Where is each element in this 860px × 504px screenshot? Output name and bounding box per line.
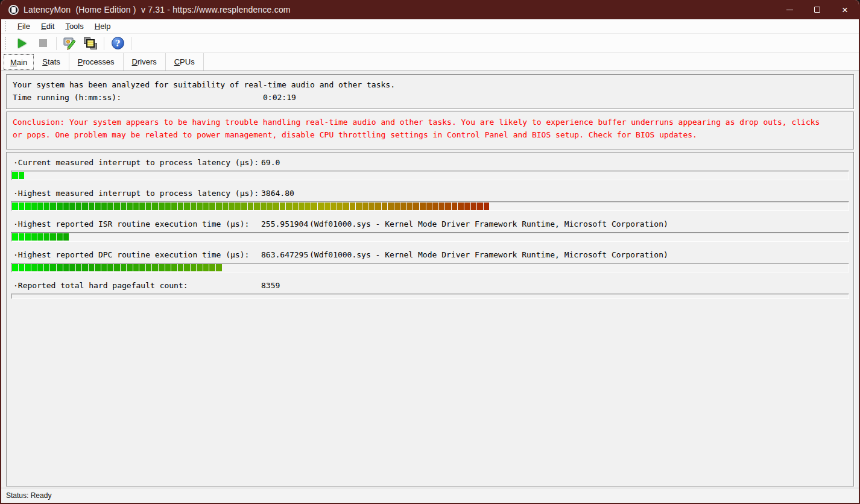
tab-processes[interactable]: Processes [69, 53, 124, 71]
tab-drivers[interactable]: Drivers [124, 53, 166, 71]
menubar-items: FileEditToolsHelp [12, 20, 116, 32]
bar-segment [95, 203, 101, 210]
bar-segment [159, 264, 165, 271]
stat-value: 863.647295 [261, 250, 309, 260]
bar-segment [82, 264, 88, 271]
bar-segment [95, 264, 101, 271]
app-icon-glyph [11, 7, 16, 13]
bar-segment [197, 264, 203, 271]
bar-segment [267, 203, 273, 210]
copy-report-icon [84, 37, 97, 49]
window-title: LatencyMon (Home Edition ) v 7.31 - http… [24, 5, 291, 14]
stat-value: 3864.80 [261, 188, 309, 199]
toolbar: ? [1, 34, 859, 53]
bar-segment [400, 203, 406, 210]
bar-segment [420, 203, 426, 210]
bar-segment [407, 203, 413, 210]
close-button[interactable]: × [831, 0, 859, 19]
bar-segment [89, 264, 95, 271]
bar-segment [50, 203, 56, 210]
bar-segment [139, 264, 145, 271]
tab-main[interactable]: Main [4, 54, 34, 70]
bar-segment [89, 203, 95, 210]
stat-value: 8359 [261, 280, 309, 291]
bar-segment [273, 203, 279, 210]
stat-driver-info: (Wdf01000.sys - Kernel Mode Driver Frame… [309, 250, 668, 260]
maximize-icon [814, 7, 820, 13]
bar-segment [292, 203, 299, 210]
bar-segment [25, 203, 31, 210]
bar-segment [127, 203, 133, 210]
tab-stats[interactable]: Stats [34, 53, 69, 71]
options-button[interactable] [61, 36, 79, 51]
bar-segment [50, 233, 56, 241]
minimize-button[interactable] [776, 0, 803, 19]
app-icon [8, 5, 19, 15]
bar-segment [50, 264, 56, 271]
stat-label: ·Highest reported ISR routine execution … [13, 219, 261, 230]
bar-segment [178, 203, 184, 210]
titlebar[interactable]: LatencyMon (Home Edition ) v 7.31 - http… [1, 0, 859, 19]
bar-segment [101, 264, 107, 271]
bar-segment [216, 264, 222, 271]
menubar-gripper[interactable] [5, 21, 7, 31]
bar-segment [12, 203, 18, 210]
stop-icon [39, 39, 47, 47]
bar-segment [209, 264, 215, 271]
play-icon [18, 39, 27, 48]
bar-segment [152, 203, 158, 210]
bar-segment [388, 203, 394, 210]
close-icon: × [842, 5, 848, 15]
status-bar: Status: Ready [1, 488, 859, 503]
bar-segment [114, 264, 120, 271]
bar-segment [57, 264, 63, 271]
bar-segment [63, 203, 69, 210]
toolbar-separator [131, 37, 131, 50]
bar-segment [171, 203, 177, 210]
stat-value: 255.951904 [261, 219, 309, 230]
menu-item-tools[interactable]: Tools [60, 20, 89, 32]
stat-row: ·Highest measured interrupt to process l… [11, 188, 849, 211]
bar-segment [37, 264, 43, 271]
bar-segment [286, 203, 292, 210]
bar-segment [330, 203, 337, 210]
bar-segment [343, 203, 349, 210]
bar-segment [452, 203, 458, 210]
bar-segment [19, 233, 25, 241]
bar-segment [382, 203, 388, 210]
bar-segment [133, 203, 139, 210]
bar-segment [311, 203, 317, 210]
toolbar-separator [56, 37, 57, 50]
bar-segment [69, 203, 75, 210]
bar-segment [127, 264, 133, 271]
bar-segment [369, 203, 375, 210]
latency-bar-track [11, 232, 849, 242]
bar-segment [107, 264, 113, 271]
stop-monitor-button[interactable] [34, 36, 52, 51]
conclusion-panel: Conclusion: Your system appears to be ha… [6, 112, 854, 150]
bar-segment [305, 203, 311, 210]
bar-segment [44, 203, 50, 210]
bar-segment [178, 264, 184, 271]
start-monitor-button[interactable] [13, 36, 31, 51]
menu-item-help[interactable]: Help [89, 20, 116, 32]
copy-report-button[interactable] [81, 36, 100, 51]
help-icon: ? [112, 37, 124, 49]
bar-segment [146, 264, 152, 271]
toolbar-gripper[interactable] [5, 37, 7, 50]
tab-cpus[interactable]: CPUs [166, 53, 204, 71]
bar-segment [159, 203, 165, 210]
menu-item-file[interactable]: File [12, 20, 36, 32]
bar-segment [445, 203, 451, 210]
bar-segment [477, 203, 483, 210]
maximize-button[interactable] [803, 0, 831, 19]
conclusion-text: Conclusion: Your system appears to be ha… [13, 116, 833, 141]
help-button[interactable]: ? [109, 36, 127, 51]
bar-segment [318, 203, 324, 210]
menu-item-edit[interactable]: Edit [36, 20, 60, 32]
bar-segment [241, 203, 247, 210]
bar-segment [426, 203, 432, 210]
bar-segment [223, 203, 229, 210]
latency-bar-track [11, 201, 849, 211]
stat-driver-info: (Wdf01000.sys - Kernel Mode Driver Frame… [309, 219, 668, 230]
